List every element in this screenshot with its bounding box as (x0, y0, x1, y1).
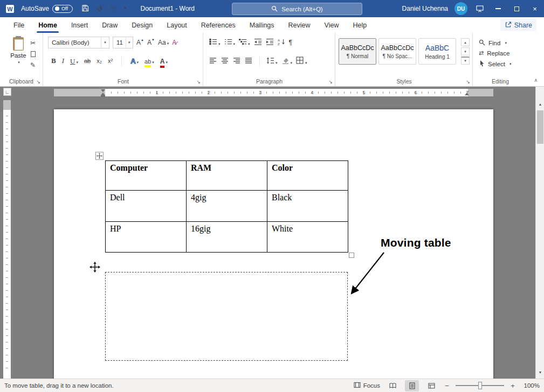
clipboard-dialog-launcher-icon[interactable]: ↘ (36, 79, 40, 85)
zoom-level[interactable]: 100% (521, 382, 540, 389)
styles-scroll-up-icon[interactable]: ▴ (461, 38, 470, 46)
style-heading1[interactable]: AaBbC Heading 1 (418, 38, 456, 65)
tab-design[interactable]: Design (125, 17, 160, 33)
maximize-button[interactable] (507, 0, 526, 17)
grow-font-button[interactable]: A▲ (136, 39, 144, 46)
customize-qat-icon[interactable]: ▾ (125, 6, 127, 11)
align-center-icon[interactable] (221, 57, 229, 66)
table-cell[interactable]: HP (106, 222, 187, 253)
share-button[interactable]: Share (500, 19, 536, 31)
style-normal[interactable]: AaBbCcDc ¶ Normal (339, 38, 376, 65)
right-indent-marker[interactable] (465, 93, 469, 95)
text-effects-button[interactable]: A▾ (130, 56, 139, 66)
tab-help[interactable]: Help (346, 17, 374, 33)
numbering-icon[interactable]: ▾ (224, 38, 236, 47)
save-icon[interactable] (81, 4, 89, 13)
font-dialog-launcher-icon[interactable]: ↘ (196, 79, 201, 85)
autosave-toggle[interactable]: Off (52, 5, 73, 13)
select-button[interactable]: Select ▾ (479, 60, 511, 68)
style-no-spacing[interactable]: AaBbCcDc ¶ No Spac... (378, 38, 416, 65)
font-size-select[interactable]: 11 ▾ (113, 37, 133, 48)
font-family-select[interactable]: Calibri (Body) ▾ (48, 37, 109, 48)
font-family-caret-icon[interactable]: ▾ (101, 37, 109, 48)
font-size-caret-icon[interactable]: ▾ (126, 37, 133, 48)
table-cell[interactable]: Computer (106, 161, 187, 191)
vertical-ruler[interactable] (3, 100, 11, 379)
scrollbar-thumb[interactable] (537, 110, 543, 144)
document-table[interactable]: Computer RAM Color Dell 4gig Black HP 16… (105, 160, 348, 253)
first-line-indent-marker[interactable] (101, 89, 105, 92)
format-painter-icon[interactable]: ✎ (30, 61, 36, 69)
shading-icon[interactable]: ▾ (281, 57, 293, 66)
search-input[interactable]: Search (Alt+Q) (232, 3, 362, 15)
zoom-in-button[interactable]: + (509, 382, 516, 390)
autosave-control[interactable]: AutoSave Off (21, 5, 73, 13)
tab-draw[interactable]: Draw (95, 17, 125, 33)
avatar[interactable]: DU (455, 2, 467, 15)
zoom-slider-thumb[interactable] (478, 382, 482, 389)
collapse-ribbon-icon[interactable]: ∧ (534, 78, 538, 83)
bold-button[interactable]: B (51, 57, 56, 65)
table-cell[interactable]: Color (267, 161, 348, 191)
change-case-button[interactable]: Aa▾ (158, 39, 169, 46)
strikethrough-button[interactable]: ab (84, 58, 91, 64)
ribbon-display-options-icon[interactable] (476, 5, 484, 12)
styles-dialog-launcher-icon[interactable]: ↘ (466, 79, 470, 85)
font-color-button[interactable]: A▾ (160, 56, 168, 66)
left-indent-marker[interactable] (101, 95, 105, 97)
web-layout-button[interactable] (424, 380, 438, 391)
document-page[interactable]: Computer RAM Color Dell 4gig Black HP 16… (54, 109, 493, 379)
table-cell[interactable]: 16gig (187, 222, 267, 253)
tab-stop-selector[interactable]: ∟ (3, 88, 11, 96)
focus-button[interactable]: Focus (354, 382, 380, 389)
decrease-indent-icon[interactable] (254, 38, 262, 47)
styles-scroll-down-icon[interactable]: ▾ (461, 47, 470, 55)
align-left-icon[interactable] (209, 57, 217, 66)
copy-icon[interactable] (31, 51, 36, 57)
shrink-font-button[interactable]: A▼ (147, 39, 155, 46)
table-resize-handle[interactable] (349, 253, 354, 258)
print-layout-button[interactable] (405, 380, 419, 391)
tab-review[interactable]: Review (281, 17, 318, 33)
table-cell[interactable]: 4gig (187, 191, 267, 222)
italic-button[interactable]: I (62, 57, 64, 65)
undo-button[interactable]: ↺ (97, 5, 103, 12)
replace-button[interactable]: ⇄ Replace (479, 50, 509, 57)
table-move-handle[interactable] (95, 152, 104, 160)
tab-view[interactable]: View (318, 17, 346, 33)
user-name[interactable]: Daniel Uchenna (402, 5, 448, 12)
tab-layout[interactable]: Layout (160, 17, 194, 33)
horizontal-ruler[interactable]: 1 2 3 4 5 6 7 (54, 89, 493, 96)
highlight-color-button[interactable]: ab▾ (144, 56, 154, 66)
tab-mailings[interactable]: Mailings (243, 17, 281, 33)
clear-formatting-icon[interactable]: A̷ (172, 39, 176, 46)
find-button[interactable]: Find ▾ (479, 39, 507, 47)
redo-button[interactable]: ↻ (111, 5, 117, 12)
bullets-icon[interactable]: ▾ (209, 38, 221, 47)
borders-icon[interactable]: ▾ (296, 57, 307, 66)
read-mode-button[interactable] (385, 380, 400, 391)
scroll-up-icon[interactable]: ▲ (536, 100, 544, 108)
show-formatting-marks-icon[interactable]: ¶ (289, 39, 292, 46)
sort-icon[interactable]: AZ (278, 38, 285, 47)
multilevel-list-icon[interactable]: ▾ (239, 38, 250, 47)
align-right-icon[interactable] (233, 57, 241, 66)
table-cell[interactable]: White (267, 222, 348, 253)
paste-button[interactable]: Paste ▾ (6, 37, 30, 65)
cut-icon[interactable]: ✂ (30, 39, 36, 47)
tab-insert[interactable]: Insert (64, 17, 95, 33)
styles-more-icon[interactable]: ▾ (461, 57, 470, 65)
paragraph-dialog-launcher-icon[interactable]: ↘ (328, 79, 333, 85)
justify-icon[interactable] (245, 57, 253, 66)
vertical-scrollbar[interactable]: ▲ ▼ (535, 87, 544, 379)
table-cell[interactable]: Dell (106, 191, 187, 222)
tab-file[interactable]: File (6, 17, 31, 33)
table-cell[interactable]: Black (267, 191, 348, 222)
subscript-button[interactable]: x₂ (97, 58, 102, 64)
tab-references[interactable]: References (194, 17, 243, 33)
zoom-out-button[interactable]: − (444, 382, 450, 390)
table-cell[interactable]: RAM (187, 161, 267, 191)
paste-dropdown-caret-icon[interactable]: ▾ (18, 60, 20, 65)
tab-home[interactable]: Home (31, 17, 64, 33)
close-button[interactable]: × (526, 0, 544, 17)
